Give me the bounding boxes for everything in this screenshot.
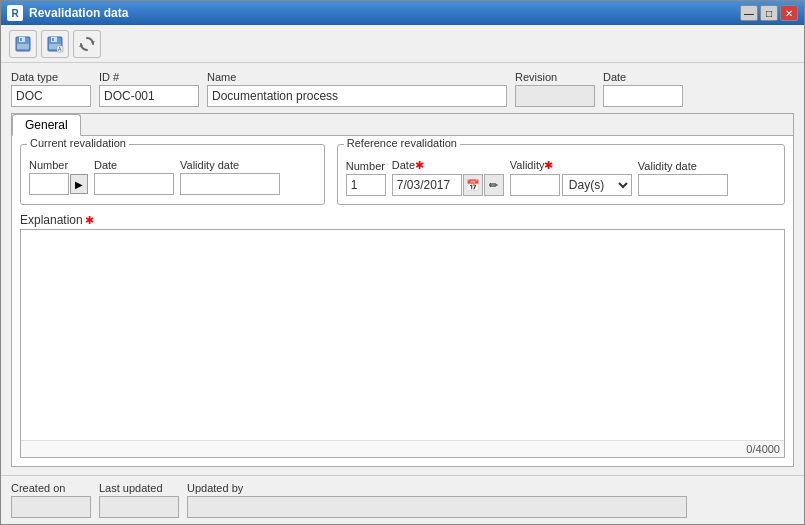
tab-header: General <box>12 114 793 136</box>
refresh-icon <box>78 35 96 53</box>
last-updated-label: Last updated <box>99 482 179 494</box>
curr-number-label: Number <box>29 159 88 171</box>
updated-by-label: Updated by <box>187 482 687 494</box>
tab-content-general: Current revalidation Number ▶ Date <box>12 136 793 466</box>
explanation-required: ✱ <box>85 214 94 227</box>
updated-by-group: Updated by <box>187 482 687 518</box>
curr-date-label: Date <box>94 159 174 171</box>
svg-rect-2 <box>17 44 29 49</box>
save-icon <box>14 35 32 53</box>
id-input[interactable] <box>99 85 199 107</box>
revision-group: Revision <box>515 71 595 107</box>
ref-validity-date-input[interactable] <box>638 174 728 196</box>
reference-revalidation-fields: Number Date✱ 📅 ✏ <box>346 159 776 196</box>
name-label: Name <box>207 71 507 83</box>
char-count: 0/4000 <box>21 440 784 457</box>
ref-date-input[interactable] <box>392 174 462 196</box>
ref-date-required: ✱ <box>415 159 424 171</box>
curr-nav-button[interactable]: ▶ <box>70 174 88 194</box>
ref-validity-date-group: Validity date <box>638 160 728 196</box>
curr-validity-date-input[interactable] <box>180 173 280 195</box>
date-edit-button[interactable]: ✏ <box>484 174 504 196</box>
window-icon: R <box>7 5 23 21</box>
svg-rect-7 <box>52 38 54 41</box>
ref-validity-date-label: Validity date <box>638 160 728 172</box>
sections-row: Current revalidation Number ▶ Date <box>20 144 785 205</box>
curr-validity-date-label: Validity date <box>180 159 280 171</box>
id-label: ID # <box>99 71 199 83</box>
validity-unit-select[interactable]: Day(s) Week(s) Month(s) Year(s) <box>562 174 632 196</box>
title-bar-left: R Revalidation data <box>7 5 128 21</box>
curr-validity-date-group: Validity date <box>180 159 280 195</box>
minimize-button[interactable]: — <box>740 5 758 21</box>
name-group: Name <box>207 71 507 107</box>
created-on-label: Created on <box>11 482 91 494</box>
created-on-group: Created on <box>11 482 91 518</box>
data-type-input[interactable] <box>11 85 91 107</box>
tab-container: General Current revalidation Number <box>11 113 794 467</box>
id-group: ID # <box>99 71 199 107</box>
reference-revalidation-title: Reference revalidation <box>344 137 460 149</box>
date-group: Date <box>603 71 683 107</box>
ref-number-group: Number <box>346 160 386 196</box>
revision-label: Revision <box>515 71 595 83</box>
save-as-icon: A <box>46 35 64 53</box>
top-fields: Data type ID # Name Revision Date <box>11 71 794 107</box>
explanation-area: Explanation✱ 0/4000 <box>20 213 785 458</box>
ref-validity-label: Validity✱ <box>510 159 632 172</box>
title-bar: R Revalidation data — □ ✕ <box>1 1 804 25</box>
save-button[interactable] <box>9 30 37 58</box>
maximize-button[interactable]: □ <box>760 5 778 21</box>
svg-rect-3 <box>20 38 22 41</box>
current-revalidation-section: Current revalidation Number ▶ Date <box>20 144 325 205</box>
date-label: Date <box>603 71 683 83</box>
main-window: R Revalidation data — □ ✕ <box>0 0 805 525</box>
bottom-fields: Created on Last updated Updated by <box>1 475 804 524</box>
ref-date-wrapper: 📅 ✏ <box>392 174 504 196</box>
toolbar: A <box>1 25 804 63</box>
data-type-label: Data type <box>11 71 91 83</box>
date-input[interactable] <box>603 85 683 107</box>
created-on-input <box>11 496 91 518</box>
validity-wrapper: Day(s) Week(s) Month(s) Year(s) <box>510 174 632 196</box>
revision-input <box>515 85 595 107</box>
data-type-group: Data type <box>11 71 91 107</box>
last-updated-group: Last updated <box>99 482 179 518</box>
ref-number-label: Number <box>346 160 386 172</box>
ref-validity-group: Validity✱ Day(s) Week(s) Month(s) Year(s… <box>510 159 632 196</box>
last-updated-input <box>99 496 179 518</box>
save-as-button[interactable]: A <box>41 30 69 58</box>
ref-date-group: Date✱ 📅 ✏ <box>392 159 504 196</box>
tab-general[interactable]: General <box>12 114 81 136</box>
refresh-button[interactable] <box>73 30 101 58</box>
explanation-textarea-wrapper: 0/4000 <box>20 229 785 458</box>
curr-date-group: Date <box>94 159 174 195</box>
curr-date-input[interactable] <box>94 173 174 195</box>
curr-number-input[interactable] <box>29 173 69 195</box>
ref-date-label: Date✱ <box>392 159 504 172</box>
curr-number-group: Number ▶ <box>29 159 88 195</box>
ref-number-input[interactable] <box>346 174 386 196</box>
current-revalidation-fields: Number ▶ Date Validi <box>29 159 316 195</box>
explanation-textarea[interactable] <box>21 230 784 440</box>
name-input[interactable] <box>207 85 507 107</box>
explanation-label: Explanation✱ <box>20 213 785 227</box>
reference-revalidation-section: Reference revalidation Number Date✱ <box>337 144 785 205</box>
ref-validity-required: ✱ <box>544 159 553 171</box>
close-button[interactable]: ✕ <box>780 5 798 21</box>
form-area: Data type ID # Name Revision Date <box>1 63 804 475</box>
window-title: Revalidation data <box>29 6 128 20</box>
ref-validity-input[interactable] <box>510 174 560 196</box>
current-revalidation-title: Current revalidation <box>27 137 129 149</box>
title-controls: — □ ✕ <box>740 5 798 21</box>
calendar-button[interactable]: 📅 <box>463 174 483 196</box>
updated-by-input <box>187 496 687 518</box>
